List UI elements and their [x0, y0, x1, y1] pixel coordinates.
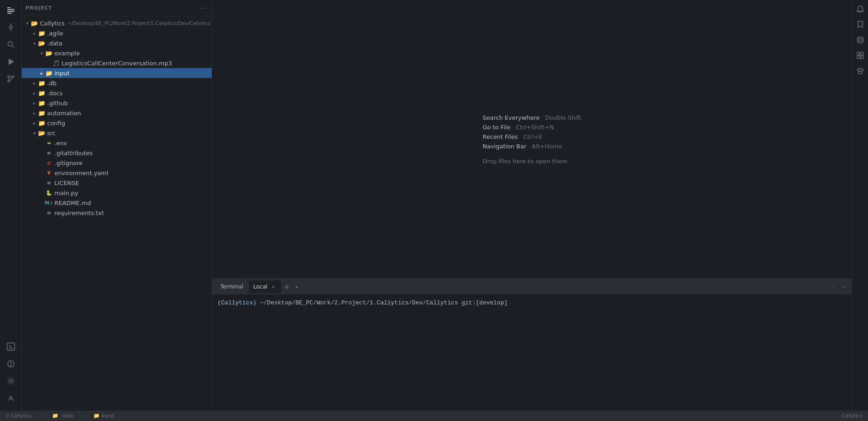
tree-label-src: src	[47, 130, 208, 137]
tree-label-db: .db	[47, 80, 208, 87]
services-icon[interactable]	[2, 373, 20, 389]
commit-icon[interactable]	[2, 19, 20, 35]
tree-item-logistics-mp3[interactable]: 🎵 LogisticsCallCenterConversation.mp3	[22, 58, 212, 68]
folder-icon-example: 📂	[45, 49, 53, 57]
status-input-folder[interactable]: 📁 input	[92, 411, 116, 421]
terminal-bottom-icon[interactable]	[2, 338, 20, 355]
tree-item-env-yaml[interactable]: Y environment.yaml	[22, 168, 212, 178]
tree-arrow-envyaml	[38, 169, 45, 176]
tree-item-config[interactable]: 📁 config	[22, 118, 212, 128]
run-icon[interactable]	[2, 54, 20, 70]
search-everywhere-icon[interactable]	[2, 36, 20, 53]
svg-point-20	[858, 37, 863, 39]
tree-item-env[interactable]: = .env	[22, 138, 212, 148]
tree-arrow-mainpy	[38, 189, 45, 196]
svg-rect-1	[7, 9, 15, 10]
tree-label-input: input	[54, 70, 208, 77]
welcome-recent-files[interactable]: Recent Files Ctrl+E	[483, 132, 581, 142]
svg-rect-3	[7, 13, 12, 14]
svg-point-18	[10, 380, 12, 382]
tree-arrow-github	[31, 99, 38, 107]
terminal-tab-local[interactable]: Local ✕	[249, 280, 281, 293]
terminal-right-actions: ⋮ —	[830, 283, 848, 291]
terminal-path: ~/Desktop/BE_PC/Work/2.Project/1.Callyti…	[260, 299, 462, 306]
notifications-icon[interactable]	[853, 2, 868, 16]
database-icon[interactable]	[853, 33, 868, 47]
gitignore-icon: ⊘	[45, 159, 53, 166]
mp3-icon: 🎵	[53, 59, 60, 67]
tree-label-envyaml: environment.yaml	[54, 170, 208, 176]
tree-item-github[interactable]: 📁 .github	[22, 98, 212, 108]
tree-item-license[interactable]: ≡ LICENSE	[22, 178, 212, 188]
vcs-icon[interactable]	[2, 390, 20, 406]
tree-arrow-src	[31, 129, 38, 137]
tree-item-gitattributes[interactable]: ≡ .gitattributes	[22, 148, 212, 158]
terminal-tab-terminal[interactable]: Terminal	[216, 280, 248, 293]
activity-bar-bottom	[2, 338, 20, 410]
folder-icon-src: 📂	[38, 129, 45, 137]
tree-label-gitignore: .gitignore	[54, 160, 208, 166]
tree-item-src[interactable]: 📂 src	[22, 128, 212, 138]
folder-icon-data: 📂	[38, 39, 45, 47]
tree-arrow-gitignore	[38, 159, 45, 166]
tree-item-agile[interactable]: 📁 .agile	[22, 28, 212, 38]
svg-rect-22	[861, 52, 863, 55]
tree-item-gitignore[interactable]: ⊘ .gitignore	[22, 158, 212, 168]
folder-open-icon: 📂	[31, 20, 38, 27]
bookmark-icon[interactable]	[853, 17, 868, 32]
tree-item-readme[interactable]: M↓ README.md	[22, 198, 212, 208]
tree-item-data[interactable]: 📂 .data	[22, 38, 212, 48]
status-project-item[interactable]: ⊙ Callytics	[4, 411, 34, 421]
welcome-search-everywhere[interactable]: Search Everywhere Double Shift	[483, 113, 581, 122]
tree-label-automation: automation	[47, 110, 208, 117]
terminal-tab-label: Terminal	[220, 284, 243, 290]
terminal-minimize-button[interactable]: —	[840, 283, 848, 291]
project-icon[interactable]	[2, 2, 20, 18]
terminal-add-button[interactable]: +	[282, 282, 292, 292]
svg-rect-24	[861, 56, 863, 59]
tree-label-agile: .agile	[47, 30, 208, 37]
status-data-folder[interactable]: 📁 .data	[50, 411, 75, 421]
svg-point-17	[10, 365, 11, 366]
status-bar-right: Callytics	[840, 411, 864, 421]
tree-item-main-py[interactable]: 🐍 main.py	[22, 188, 212, 198]
status-project-name: Callytics	[11, 413, 32, 419]
folder-icon-agile: 📁	[38, 29, 45, 37]
tree-item-automation[interactable]: 📁 automation	[22, 108, 212, 118]
tree-arrow-reqs	[38, 209, 45, 216]
more-options-btn[interactable]: ···	[198, 3, 208, 13]
go-to-file-label: Go to File	[483, 124, 510, 131]
status-callytics[interactable]: Callytics	[840, 411, 864, 421]
welcome-go-to-file[interactable]: Go to File Ctrl+Shift+N	[483, 122, 581, 132]
tree-item-example[interactable]: 📂 example	[22, 48, 212, 58]
activity-bar-top	[2, 2, 20, 338]
tree-item-db[interactable]: 📁 .db	[22, 78, 212, 88]
git-icon[interactable]	[2, 71, 20, 87]
status-bar: ⊙ Callytics › 📁 .data › 📁 input Callytic…	[0, 410, 868, 421]
tree-item-requirements[interactable]: ≡ requirements.txt	[22, 208, 212, 218]
svg-rect-0	[7, 7, 10, 8]
tree-label-mainpy: main.py	[54, 190, 208, 196]
local-tab-close[interactable]: ✕	[270, 284, 276, 290]
status-input-label: input	[102, 413, 114, 419]
plugins-icon[interactable]	[853, 48, 868, 63]
tree-item-docs[interactable]: 📁 .docs	[22, 88, 212, 98]
file-tree[interactable]: 📂 Callytics ~/Desktop/BE_PC/Work/2.Proje…	[22, 16, 212, 410]
tree-label-reqs: requirements.txt	[54, 210, 208, 216]
tree-item-callytics[interactable]: 📂 Callytics ~/Desktop/BE_PC/Work/2.Proje…	[22, 18, 212, 28]
markdown-icon: M↓	[45, 199, 53, 206]
local-tab-label: Local	[253, 284, 267, 290]
tree-item-input[interactable]: 📁 input	[22, 68, 212, 78]
svg-rect-23	[857, 56, 860, 59]
navigation-bar-label: Navigation Bar	[483, 143, 526, 150]
terminal-options-button[interactable]: ⋮	[830, 283, 838, 291]
svg-point-4	[10, 26, 12, 29]
sidebar-actions: ···	[198, 3, 208, 13]
learn-icon[interactable]	[853, 64, 868, 78]
folder-icon-config: 📁	[38, 119, 45, 127]
welcome-navigation-bar[interactable]: Navigation Bar Alt+Home	[483, 142, 581, 151]
terminal-chevron[interactable]: ▾	[293, 283, 301, 291]
problems-icon[interactable]	[2, 356, 20, 372]
terminal-content[interactable]: (Callytics) ~/Desktop/BE_PC/Work/2.Proje…	[212, 295, 852, 410]
content-wrapper: Search Everywhere Double Shift Go to Fil…	[212, 0, 852, 410]
